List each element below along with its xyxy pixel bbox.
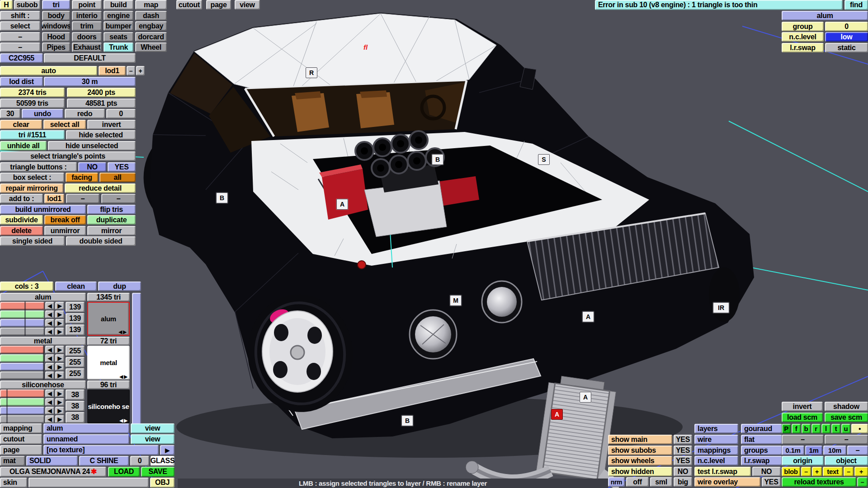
decrement-arrow-button[interactable]: ◀ <box>45 415 54 423</box>
gray-slider[interactable] <box>0 415 44 423</box>
test-lrswap-value[interactable]: NO <box>752 467 781 476</box>
reduce-detail-button[interactable]: reduce detail <box>65 183 136 193</box>
minus-button[interactable]: – <box>0 32 40 42</box>
save-button[interactable]: SAVE <box>141 467 175 477</box>
wire-overlay-value[interactable]: YES <box>762 477 781 487</box>
redo-button[interactable]: redo <box>65 109 105 118</box>
nclevel-value[interactable]: low <box>825 32 868 42</box>
green-value[interactable]: 38 <box>66 401 85 411</box>
toggle-u-button[interactable]: u <box>841 424 850 433</box>
layers-scrollbar[interactable] <box>132 293 141 425</box>
green-slider[interactable] <box>0 310 44 318</box>
subobject-marker-a[interactable]: A <box>580 392 591 403</box>
swatch-arrows[interactable]: ◀▶ <box>120 375 128 380</box>
blue-value[interactable]: 255 <box>66 368 85 379</box>
subobject-wheel[interactable]: Wheel <box>135 42 167 52</box>
increment-arrow-button[interactable]: ▶ <box>55 354 64 362</box>
model-code[interactable]: C2C955 <box>0 53 43 63</box>
slider-handle[interactable] <box>24 319 26 327</box>
increment-arrow-button[interactable]: ▶ <box>55 302 64 310</box>
show-main-toggle[interactable]: show main <box>608 435 672 444</box>
subobject-windows[interactable]: windows <box>42 21 70 31</box>
minus-button[interactable]: – <box>825 435 868 444</box>
show-hidden-toggle[interactable]: show hidden <box>608 467 672 476</box>
decrement-arrow-button[interactable]: ◀ <box>45 371 54 379</box>
subobject-marker-m[interactable]: M <box>450 295 462 306</box>
increment-arrow-button[interactable]: ▶ <box>55 415 64 423</box>
toggle-r-button[interactable]: r <box>811 424 821 433</box>
blob-plus-button[interactable]: + <box>812 467 822 476</box>
box-select-facing[interactable]: facing <box>66 173 98 182</box>
slider-handle[interactable] <box>43 362 44 371</box>
increment-arrow-button[interactable]: ▶ <box>55 407 64 414</box>
grid-10m-button[interactable]: 10m <box>823 446 846 455</box>
subobject-exhaust[interactable]: Exhaust <box>72 42 102 52</box>
subobject-engbay[interactable]: engbay <box>135 21 167 31</box>
menu-tab-tri[interactable]: tri <box>42 0 70 9</box>
subobject-engine[interactable]: engine <box>104 11 133 20</box>
dot-toggle-button[interactable]: ● <box>851 424 868 433</box>
intercooler[interactable] <box>536 375 617 481</box>
decrement-arrow-button[interactable]: ◀ <box>45 389 54 397</box>
subobject-bumper[interactable]: bumper <box>104 21 133 31</box>
double-sided-button[interactable]: double sided <box>66 236 136 246</box>
subobject-dorcard[interactable]: dorcard <box>135 32 167 42</box>
build-unmirrored-button[interactable]: build unmirrored <box>0 205 86 214</box>
increment-arrow-button[interactable]: ▶ <box>55 328 64 335</box>
invert-selection-button[interactable]: invert <box>87 120 136 129</box>
text-button[interactable]: text <box>823 467 843 476</box>
h-menu-button[interactable]: H <box>0 0 13 9</box>
select-button[interactable]: select <box>0 21 40 31</box>
wire-button[interactable]: wire <box>694 435 738 444</box>
hide-selected-button[interactable]: hide selected <box>66 130 136 140</box>
minus-button[interactable]: – <box>782 435 824 444</box>
text-plus-button[interactable]: + <box>854 467 868 476</box>
slider-handle[interactable] <box>24 327 26 336</box>
material-glass-button[interactable]: GLASS <box>151 456 175 466</box>
nclevel-button[interactable]: n.c.level <box>694 456 738 465</box>
subobject-marker-s[interactable]: S <box>538 154 550 165</box>
red-slider[interactable] <box>0 302 44 310</box>
material-solid-button[interactable]: SOLID <box>26 456 78 466</box>
view-mapping-button[interactable]: view <box>131 423 175 433</box>
group-value[interactable]: 0 <box>825 22 868 31</box>
skin-field[interactable] <box>28 478 149 488</box>
blob-button[interactable]: blob <box>782 467 800 476</box>
wire-overlay-toggle[interactable]: wire overlay <box>694 477 760 487</box>
text-minus-button[interactable]: – <box>844 467 854 476</box>
slider-handle[interactable] <box>6 398 8 406</box>
show-subobs-value[interactable]: YES <box>674 446 692 455</box>
slider-handle[interactable] <box>24 301 26 310</box>
test-lrswap-toggle[interactable]: test l.r.swap <box>694 467 751 476</box>
increment-arrow-button[interactable]: ▶ <box>55 389 64 397</box>
menu-tab-cutout[interactable]: cutout <box>176 0 202 9</box>
lrswap-value[interactable]: static <box>825 43 868 52</box>
decrement-arrow-button[interactable]: ◀ <box>45 328 54 335</box>
increment-arrow-button[interactable]: ▶ <box>55 310 64 318</box>
red-slider[interactable] <box>0 389 44 397</box>
shadow-button[interactable]: shadow <box>825 402 868 411</box>
layer-swatch-alum[interactable]: alum◀▶ <box>87 302 130 336</box>
auto-lod-button[interactable]: auto <box>0 66 97 75</box>
decrement-arrow-button[interactable]: ◀ <box>45 354 54 362</box>
layer-swatch-metal[interactable]: metal◀▶ <box>87 346 130 380</box>
decrement-arrow-button[interactable]: ◀ <box>45 319 54 327</box>
green-value[interactable]: 255 <box>66 357 85 367</box>
single-sided-button[interactable]: single sided <box>0 236 65 246</box>
lod-dist-value[interactable]: 30 m <box>44 77 136 86</box>
increment-arrow-button[interactable]: ▶ <box>55 398 64 406</box>
active-group-name[interactable]: alum <box>782 11 868 20</box>
show-main-value[interactable]: YES <box>674 435 692 444</box>
gray-slider[interactable] <box>0 371 44 379</box>
obj-export-button[interactable]: OBJ <box>150 478 175 488</box>
repair-mirroring-button[interactable]: repair mirroring <box>0 183 63 193</box>
groups-button[interactable]: groups <box>741 446 782 455</box>
model-file-name[interactable]: OLGA SEMJONAVNA 24✱ <box>0 467 106 477</box>
blue-slider[interactable] <box>0 363 44 371</box>
increment-arrow-button[interactable]: ▶ <box>55 346 64 353</box>
cols-count-button[interactable]: cols : 3 <box>0 282 53 291</box>
delete-button[interactable]: delete <box>0 226 43 235</box>
nrm-button[interactable]: nrm <box>608 477 625 487</box>
unhide-all-button[interactable]: unhide all <box>0 141 47 150</box>
decrement-arrow-button[interactable]: ◀ <box>45 310 54 318</box>
